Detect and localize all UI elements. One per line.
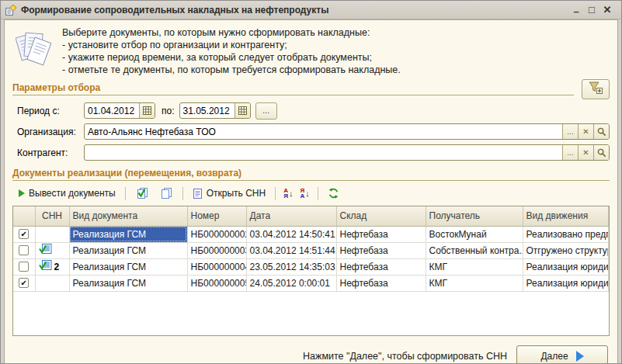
period-to-calendar-button[interactable]	[235, 103, 250, 118]
documents-toolbar: Вывести документы	[16, 183, 610, 203]
app-icon	[5, 4, 17, 16]
next-hint: Нажмите "Далее", чтобы сформировать СНН	[303, 351, 507, 362]
contractor-clear-button[interactable]: ✕	[578, 145, 593, 160]
magnifier-icon	[597, 148, 606, 158]
period-more-button[interactable]: ...	[255, 102, 277, 120]
cell-movement[interactable]: Реализовано предпр...	[523, 226, 609, 242]
table-row[interactable]: 2 Реализация ГСМ НБ000000004 23.05.2012 …	[13, 258, 609, 275]
documents-table: СНН Вид документа Номер Дата Склад Получ…	[12, 206, 610, 336]
filter-settings-button[interactable]	[582, 79, 610, 99]
column-header-warehouse[interactable]: Склад	[336, 206, 426, 226]
column-header-movement[interactable]: Вид движения	[523, 206, 609, 226]
column-header-date[interactable]: Дата	[246, 206, 336, 226]
sort-descending-button[interactable]: Я А ↓	[298, 187, 311, 199]
cell-movement[interactable]: Реализация юридич...	[523, 275, 609, 291]
contractor-value[interactable]	[85, 145, 562, 160]
column-header-number[interactable]: Номер	[187, 206, 246, 226]
cell-number[interactable]: НБ000000004	[187, 258, 246, 275]
next-button[interactable]: Далее	[516, 345, 608, 364]
print-documents-button[interactable]: Вывести документы	[16, 186, 119, 200]
documents-section-header: Документы реализации (перемещения, возвр…	[12, 168, 610, 181]
toolbar-separator	[125, 187, 126, 200]
cell-doc-type[interactable]: Реализация ГСМ	[69, 275, 187, 291]
cell-date[interactable]: 23.05.2012 14:35:03	[246, 258, 336, 275]
snn-document-icon	[39, 260, 52, 273]
refresh-icon	[328, 188, 339, 199]
cell-warehouse[interactable]: Нефтебаза	[336, 242, 426, 258]
row-checkbox[interactable]: ✔	[19, 229, 29, 239]
organization-value[interactable]: Авто-Альянс Нефтебаза ТОО	[85, 124, 562, 139]
table-row[interactable]: ✔ Реализация ГСМ НБ000000005 24.05.2012 …	[13, 275, 609, 291]
cell-warehouse[interactable]: Нефтебаза	[336, 258, 426, 275]
organization-clear-button[interactable]: ✕	[578, 124, 593, 139]
maximize-button[interactable]: □	[584, 2, 599, 18]
cell-receiver[interactable]: ВостокМунай	[426, 226, 523, 242]
period-to-field[interactable]: 31.05.2012	[179, 102, 251, 119]
toolbar-separator	[275, 187, 276, 200]
column-header-doc-type[interactable]: Вид документа	[69, 206, 187, 226]
table-row[interactable]: Реализация ГСМ НБ000000003 03.04.2012 14…	[13, 242, 609, 258]
contractor-select-button[interactable]: ...	[562, 145, 578, 160]
intro-panel: Выберите документы, по которым нужно сфо…	[5, 20, 617, 79]
cell-date[interactable]: 24.05.2012 0:00:01	[246, 275, 336, 291]
cell-receiver[interactable]: КМГ	[426, 258, 523, 275]
contractor-search-button[interactable]	[593, 145, 609, 160]
section-rule	[12, 95, 574, 95]
toolbar-separator	[318, 187, 318, 200]
cell-movement[interactable]: Отгружено структур...	[523, 242, 609, 258]
cell-snn[interactable]: 2	[35, 258, 69, 275]
row-checkbox[interactable]	[19, 262, 29, 272]
cell-receiver[interactable]: Собственный контра...	[426, 242, 523, 258]
column-header-snn[interactable]: СНН	[35, 206, 69, 226]
cell-snn[interactable]	[35, 242, 69, 258]
sort-ascending-button[interactable]: А Я ↓	[282, 187, 294, 199]
cell-warehouse[interactable]: Нефтебаза	[336, 275, 426, 291]
cell-number[interactable]: НБ000000005	[187, 275, 246, 291]
cell-doc-type[interactable]: Реализация ГСМ	[69, 258, 187, 275]
check-all-icon	[135, 187, 149, 199]
intro-line: - укажите период времени, за который сле…	[62, 51, 401, 64]
cell-doc-type[interactable]: Реализация ГСМ	[69, 226, 187, 242]
calendar-icon	[143, 106, 151, 115]
organization-search-button[interactable]	[593, 124, 609, 139]
row-checkbox[interactable]	[19, 245, 29, 255]
row-checkbox[interactable]: ✔	[19, 278, 29, 288]
window-content: Выберите документы, по которым нужно сфо…	[4, 19, 618, 364]
cell-doc-type[interactable]: Реализация ГСМ	[69, 242, 187, 258]
filter-section-title: Параметры отбора	[12, 82, 574, 95]
footer: Нажмите "Далее", чтобы сформировать СНН …	[5, 345, 608, 364]
cell-date[interactable]: 03.04.2012 14:50:41	[246, 226, 336, 242]
uncheck-all-icon	[159, 187, 173, 199]
cell-number[interactable]: НБ000000002	[187, 226, 246, 242]
table-row[interactable]: ✔ Реализация ГСМ НБ000000002 03.04.2012 …	[13, 226, 609, 242]
refresh-button[interactable]	[325, 186, 342, 200]
cell-date[interactable]: 03.04.2012 14:51:44	[246, 242, 336, 258]
toolbar-separator	[182, 187, 183, 200]
contractor-label: Контрагент:	[17, 147, 84, 158]
organization-field[interactable]: Авто-Альянс Нефтебаза ТОО ... ✕	[84, 123, 610, 140]
cell-number[interactable]: НБ000000003	[187, 242, 246, 258]
documents-stack-icon	[16, 26, 51, 76]
period-to-value[interactable]: 31.05.2012	[180, 103, 235, 118]
period-from-field[interactable]: 01.04.2012	[84, 102, 155, 119]
period-from-calendar-button[interactable]	[139, 103, 155, 118]
organization-select-button[interactable]: ...	[562, 124, 578, 139]
minimize-button[interactable]: –	[568, 2, 584, 18]
sort-asc-icon: А Я	[283, 188, 288, 199]
cell-snn[interactable]	[35, 275, 69, 291]
print-documents-label: Вывести документы	[29, 188, 116, 199]
uncheck-all-button[interactable]	[156, 185, 176, 201]
cell-snn[interactable]	[35, 226, 69, 242]
cell-movement[interactable]: Реализация юридич...	[523, 258, 609, 275]
check-all-button[interactable]	[132, 185, 152, 201]
column-header-check[interactable]	[13, 206, 35, 226]
column-header-receiver[interactable]: Получатель	[426, 206, 523, 226]
open-snn-button[interactable]: Открыть СНН	[189, 186, 269, 201]
contractor-field[interactable]: ... ✕	[84, 144, 610, 161]
period-from-value[interactable]: 01.04.2012	[85, 103, 139, 118]
close-button[interactable]: ✕	[599, 2, 615, 18]
snn-document-icon	[39, 244, 52, 257]
cell-warehouse[interactable]: Нефтебаза	[336, 226, 426, 242]
documents-section-title: Документы реализации (перемещения, возвр…	[12, 168, 610, 180]
cell-receiver[interactable]: КМГ	[426, 275, 523, 291]
